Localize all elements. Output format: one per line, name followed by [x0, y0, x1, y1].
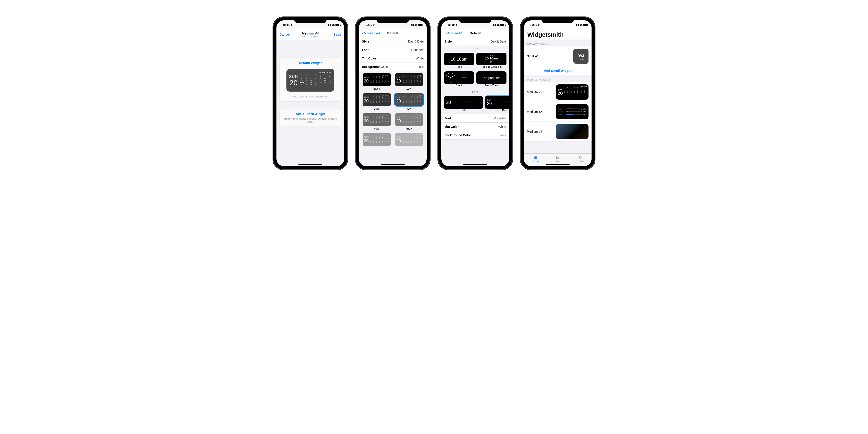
setting-row[interactable]: Tint ColorWhite: [441, 123, 509, 131]
location-icon: ➤: [538, 23, 540, 27]
status-time: 10:10: [365, 23, 372, 27]
setting-row[interactable]: Background Color30%: [359, 63, 427, 71]
wifi-icon: ◉: [580, 23, 582, 27]
mini-cal: SEPTEMBERSMTWTFS123456789101112131415161…: [493, 101, 509, 103]
timed-title: Add a Timed Widget: [283, 112, 337, 116]
style-option-date[interactable]: 20SEPTEMBERSMTWTFS1234567891011121314151…: [444, 96, 483, 112]
notch: [459, 18, 492, 23]
cancel-button[interactable]: Cancel: [279, 33, 290, 36]
signal-icon: [411, 24, 414, 26]
phone-2: 10:10➤ ◉ ‹Medium #4 Default StyleDay & D…: [356, 18, 430, 169]
wifi-icon: ◉: [332, 23, 335, 27]
chevron-left-icon: ‹: [444, 31, 446, 35]
tab-settings[interactable]: ⚙Settings: [569, 155, 592, 162]
photo-widget-preview: [556, 124, 589, 139]
home-indicator[interactable]: [381, 164, 405, 165]
activity-widget-preview: Move169/500 Exercise1/30 Stand5/12: [556, 104, 589, 119]
back-button[interactable]: ‹Medium #4: [444, 31, 462, 35]
battery-icon: [583, 24, 588, 26]
notch: [376, 18, 409, 23]
timed-sub: Timed Widgets replace the Default Widget…: [283, 117, 337, 123]
status-time: 10:10: [447, 23, 455, 27]
medium-widget-preview: SUN20 SEPTEMBERSMTWTFS123456789101112131…: [556, 85, 589, 100]
battery-icon: [418, 24, 423, 26]
phone-1: 10:11➤ ◉ Cancel Medium #4 TAP TO RENAME …: [273, 18, 347, 169]
location-icon: ➤: [373, 23, 375, 27]
settings-rows-3: FontRoundedTint ColorWhiteBackground Col…: [441, 114, 509, 140]
preview-daynum: 20: [289, 79, 298, 86]
list-item-medium-1[interactable]: Medium #1 SUN20 SEPTEMBERSMTWTFS12345678…: [524, 82, 592, 102]
bg-swatch[interactable]: SUN20SEPTEMBERSMTWTFS1234567891011121314…: [394, 93, 424, 110]
list-item-medium-2[interactable]: Medium #2 Move169/500 Exercise1/30 Stand…: [524, 102, 592, 122]
page-title: Widgetsmith: [524, 29, 592, 39]
section-header-small: SMALL WIDGETS: [524, 39, 592, 46]
setting-row[interactable]: FontRounded: [359, 46, 427, 54]
widget-preview: SUN20 SEPTEMBERSMTWTFS123456789101112131…: [286, 69, 334, 92]
settings-rows-2: StyleDay & DateFontRoundedTint ColorWhit…: [359, 37, 427, 71]
battery-icon: [500, 24, 505, 26]
list-item-medium-3[interactable]: Medium #3: [524, 122, 592, 142]
tab-widgets[interactable]: ▦Widgets: [524, 155, 547, 162]
nav-bar: Cancel Medium #4 TAP TO RENAME Save: [276, 29, 344, 40]
phone-4: 10:10➤ ◉ Widgetsmith SMALL WIDGETS Small…: [521, 18, 595, 169]
phone-3: 10:10➤ ◉ ‹Medium #4 Default StyleDay & D…: [438, 18, 512, 169]
style-option-time[interactable]: 10:10amTime: [444, 53, 474, 68]
bg-swatch[interactable]: SUN20SEPTEMBERSMTWTFS1234567891011121314…: [394, 73, 424, 90]
tab-tools[interactable]: ▤Tools: [547, 155, 569, 162]
nav-bar: ‹Medium #4 Default: [441, 29, 509, 37]
card-footnote: Shown unless a Timed Widget is active: [282, 95, 339, 98]
bg-swatch[interactable]: SUN20SEPTEMBERSMTWTFS1234567891011121314…: [394, 113, 424, 130]
style-option-fuzzy[interactable]: Ten past TenFuzzy Time: [476, 71, 506, 87]
preview-month: SEPTEMBER: [300, 72, 332, 73]
widgets-icon: ▦: [533, 155, 537, 160]
group-header-time: TIME: [444, 46, 506, 51]
style-option-day[interactable]: SUN20SEPTEMBERSMTWTFS1234567891011121314…: [485, 96, 509, 112]
bg-swatch[interactable]: SUN20SEPTEMBERSMTWTFS1234567891011121314…: [362, 93, 392, 110]
chevron-left-icon: ‹: [362, 31, 364, 35]
group-header-date: DATE: [444, 89, 506, 94]
status-time: 10:11: [282, 23, 290, 27]
battery-icon: [336, 24, 340, 26]
card-title: Default Widget: [282, 61, 339, 65]
cal-grid-4: SMTWTFS123456789101112131415161718192021…: [564, 87, 587, 95]
gear-icon: ⚙: [579, 155, 582, 160]
status-time: 10:10: [530, 23, 537, 27]
section-header-medium: MEDIUM WIDGETS: [524, 75, 592, 82]
default-widget-card[interactable]: Default Widget SUN20 SEPTEMBERSMTWTFS123…: [279, 57, 341, 101]
home-indicator[interactable]: [299, 164, 322, 165]
wifi-icon: ◉: [415, 23, 417, 27]
location-icon: ➤: [290, 23, 293, 27]
save-button[interactable]: Save: [334, 33, 341, 36]
nav-bar: ‹Medium #4 Default: [359, 29, 427, 37]
home-indicator[interactable]: [463, 164, 487, 165]
bg-swatch[interactable]: SUN20SEPTEMBERSMTWTFS1234567891011121314…: [394, 133, 424, 147]
bg-swatch[interactable]: SUN20SEPTEMBERSMTWTFS1234567891011121314…: [362, 113, 392, 130]
style-option-clock[interactable]: SEPTEMBERClock: [444, 71, 474, 87]
bg-swatch[interactable]: SUN20SEPTEMBERSMTWTFS1234567891011121314…: [362, 133, 392, 147]
style-option-time-locations[interactable]: ROB10:10amSUN 9/20Time in Locations: [476, 53, 506, 68]
notch: [294, 18, 327, 23]
mini-cal: SEPTEMBERSMTWTFS123456789101112131415161…: [452, 101, 481, 103]
home-indicator[interactable]: [546, 164, 569, 165]
add-small-widget-button[interactable]: Add Small Widget: [524, 66, 592, 75]
list-item-small-1[interactable]: Small #1 🚶 984 0.5 mi: [524, 46, 592, 66]
back-button[interactable]: ‹Medium #4: [362, 31, 380, 35]
preview-dayname: SUN: [289, 74, 298, 79]
clock-face-icon: [446, 73, 455, 83]
setting-row[interactable]: StyleDay & Date: [359, 37, 427, 46]
signal-icon: [576, 24, 579, 26]
bg-swatch[interactable]: SUN20SEPTEMBERSMTWTFS1234567891011121314…: [362, 73, 392, 90]
walk-icon: 🚶: [580, 52, 582, 54]
setting-row[interactable]: FontRounded: [441, 114, 509, 123]
timed-widget-card[interactable]: Add a Timed Widget Timed Widgets replace…: [279, 109, 341, 127]
small-widget-preview: 🚶 984 0.5 mi: [573, 49, 589, 64]
notch: [541, 18, 574, 23]
signal-icon: [328, 24, 331, 26]
signal-icon: [493, 24, 496, 26]
tools-icon: ▤: [556, 155, 560, 160]
setting-row[interactable]: StyleDay & Date: [441, 37, 509, 46]
setting-row[interactable]: Tint ColorWhite: [359, 54, 427, 63]
cal-grid-1: SMTWTFS123456789101112131415161718192021…: [300, 74, 332, 85]
wifi-icon: ◉: [497, 23, 499, 27]
setting-row[interactable]: Background ColorBlack: [441, 131, 509, 140]
